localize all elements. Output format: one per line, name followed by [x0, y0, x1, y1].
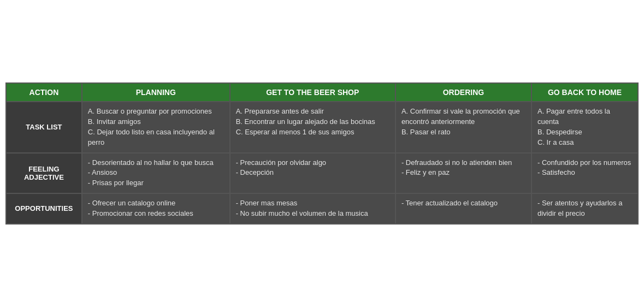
data-cell: - Ser atentos y ayudarlos a dividir el p…	[531, 193, 638, 224]
data-cell: - Precaución por olvidar algo- Decepción	[230, 153, 395, 194]
data-cell: - Poner mas mesas- No subir mucho el vol…	[230, 193, 395, 224]
table-row: FEELING ADJECTIVE- Desorientado al no ha…	[6, 153, 638, 194]
data-cell: - Ofrecer un catalogo online- Promociona…	[82, 193, 230, 224]
row-header-cell: TASK LIST	[6, 102, 82, 152]
data-cell: A. Prepararse antes de salirB. Encontrar…	[230, 102, 395, 152]
data-cell: A. Confirmar si vale la promoción que en…	[395, 102, 531, 152]
header-get-to-shop: GET TO THE BEER SHOP	[230, 83, 395, 102]
data-cell: - Tener actualizado el catalogo	[395, 193, 531, 224]
header-planning: PLANNING	[82, 83, 230, 102]
table-row: TASK LISTA. Buscar o preguntar por promo…	[6, 102, 638, 152]
data-cell: A. Buscar o preguntar por promocionesB. …	[82, 102, 230, 152]
table-row: OPPORTUNITIES- Ofrecer un catalogo onlin…	[6, 193, 638, 224]
data-cell: - Desorientado al no hallar lo que busca…	[82, 153, 230, 194]
header-go-back: GO BACK TO HOME	[531, 83, 638, 102]
header-action: ACTION	[6, 83, 82, 102]
data-cell: A. Pagar entre todos la cuentaB. Despedi…	[531, 102, 638, 152]
data-cell: - Defraudado si no lo atienden bien- Fel…	[395, 153, 531, 194]
header-ordering: ORDERING	[395, 83, 531, 102]
row-header-cell: FEELING ADJECTIVE	[6, 153, 82, 194]
row-header-cell: OPPORTUNITIES	[6, 193, 82, 224]
journey-map-table: ACTION PLANNING GET TO THE BEER SHOP ORD…	[5, 82, 639, 225]
data-cell: - Confundido por los numeros- Satisfecho	[531, 153, 638, 194]
